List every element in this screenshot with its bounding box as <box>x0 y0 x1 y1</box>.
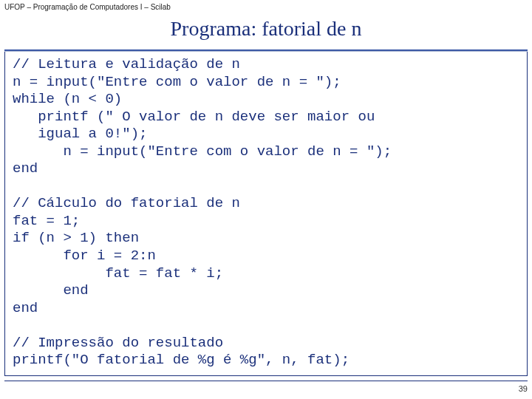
course-header: UFOP – Programação de Computadores I – S… <box>0 0 532 13</box>
bottom-rule <box>4 381 528 381</box>
code-frame: // Leitura e validação de n n = input("E… <box>4 52 528 376</box>
page-number: 39 <box>519 384 528 393</box>
slide-title: Programa: fatorial de n <box>0 13 532 50</box>
code-block: // Leitura e validação de n n = input("E… <box>13 56 519 369</box>
